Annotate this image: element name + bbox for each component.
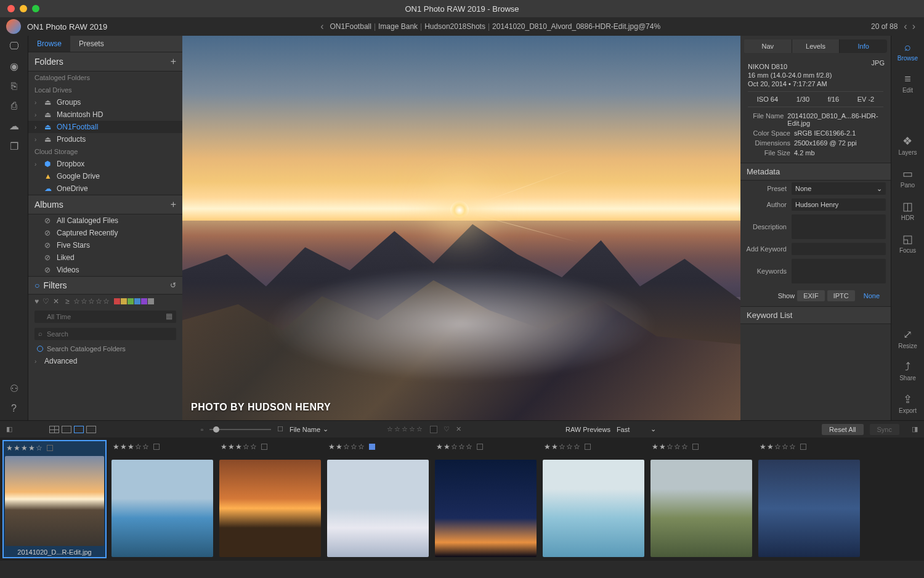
heart-solid-icon[interactable]: ♥ bbox=[34, 297, 39, 306]
checkbox-icon[interactable]: ☐ bbox=[277, 425, 283, 433]
next-image-icon[interactable]: › bbox=[910, 21, 918, 32]
reset-all-button[interactable]: Reset All bbox=[822, 424, 863, 435]
thumb-color-box[interactable] bbox=[47, 445, 53, 451]
thumbnail[interactable]: ★★☆☆☆ bbox=[327, 441, 429, 557]
album-item[interactable]: ⊘Liked bbox=[28, 251, 182, 264]
mode-resize[interactable]: ⤢Resize bbox=[898, 328, 917, 349]
filters-header[interactable]: ○Filters ↺ bbox=[28, 276, 182, 295]
cloud-item[interactable]: ▲Google Drive bbox=[28, 170, 182, 182]
image-viewer[interactable]: PHOTO BY HUDSON HENRY bbox=[182, 36, 740, 420]
stars-filter[interactable]: ☆☆☆☆☆ bbox=[73, 297, 110, 306]
album-item[interactable]: ⊘All Cataloged Files bbox=[28, 214, 182, 227]
thumb-image[interactable] bbox=[219, 460, 321, 557]
raw-preview-select[interactable]: Fast⌄ bbox=[617, 425, 656, 433]
thumb-image[interactable] bbox=[5, 456, 104, 546]
add-album-icon[interactable]: + bbox=[171, 199, 176, 210]
view-compare-icon[interactable] bbox=[86, 426, 96, 433]
view-single-icon[interactable] bbox=[62, 426, 71, 433]
thumb-stars[interactable]: ★★☆☆☆ bbox=[436, 442, 473, 451]
thumb-image[interactable] bbox=[111, 460, 213, 557]
thumbnail[interactable]: ★★☆☆☆ bbox=[435, 441, 537, 557]
stack-icon[interactable]: ❐ bbox=[10, 140, 18, 152]
albums-header[interactable]: Albums + bbox=[28, 195, 182, 214]
breadcrumb[interactable]: ON1Football| Image Bank| Hudson2018Shots… bbox=[330, 22, 661, 31]
zoom-fit-icon[interactable]: ▫ bbox=[201, 426, 203, 433]
keywords-input[interactable] bbox=[792, 259, 886, 283]
zoom-slider[interactable] bbox=[209, 429, 271, 430]
thumb-image[interactable] bbox=[327, 460, 429, 557]
preset-select[interactable]: None⌄ bbox=[792, 182, 886, 195]
thumb-color-box[interactable] bbox=[261, 444, 267, 450]
thumbnail[interactable]: ★★☆☆☆ bbox=[758, 441, 860, 557]
thumb-image[interactable] bbox=[650, 460, 752, 557]
thumb-color-box[interactable] bbox=[369, 444, 375, 450]
thumb-stars[interactable]: ★★★☆☆ bbox=[113, 442, 150, 451]
reset-filters-icon[interactable]: ↺ bbox=[170, 281, 176, 290]
description-input[interactable] bbox=[792, 214, 886, 239]
drive-item[interactable]: ›⏏Products bbox=[28, 133, 182, 145]
cloud-item[interactable]: ›⬢Dropbox bbox=[28, 158, 182, 170]
crumb[interactable]: 20141020_D810_Alvord_0886-HDR-Edit.jpg@7… bbox=[492, 22, 660, 31]
chip-purple[interactable] bbox=[141, 298, 147, 304]
tab-presets[interactable]: Presets bbox=[70, 36, 113, 52]
reject-icon[interactable]: ✕ bbox=[53, 297, 59, 306]
thumbnail[interactable]: ★★☆☆☆ bbox=[650, 441, 752, 557]
thumb-color-box[interactable] bbox=[153, 444, 160, 450]
thumb-image[interactable] bbox=[758, 460, 860, 557]
heart-outline-icon[interactable]: ♡ bbox=[43, 297, 49, 306]
crumb[interactable]: Hudson2018Shots bbox=[424, 22, 485, 31]
show-iptc-button[interactable]: IPTC bbox=[827, 290, 855, 301]
chip-green[interactable] bbox=[128, 298, 134, 304]
drive-item[interactable]: ›⏏Macintosh HD bbox=[28, 108, 182, 121]
metadata-header[interactable]: Metadata bbox=[740, 163, 891, 181]
thumb-image[interactable] bbox=[435, 460, 537, 557]
tab-nav[interactable]: Nav bbox=[744, 39, 792, 53]
thumb-stars[interactable]: ★★☆☆☆ bbox=[760, 442, 796, 451]
thumb-color-box[interactable] bbox=[477, 444, 483, 450]
thumb-image[interactable] bbox=[543, 460, 644, 557]
view-grid-icon[interactable] bbox=[49, 426, 59, 433]
mode-edit[interactable]: ≡Edit bbox=[902, 73, 913, 94]
date-filter-input[interactable] bbox=[34, 311, 176, 323]
chip-gray[interactable] bbox=[148, 298, 154, 304]
toggle-right-panel-icon[interactable]: ◨ bbox=[912, 425, 918, 433]
calendar-icon[interactable]: ▦ bbox=[166, 312, 172, 320]
printer-icon[interactable]: ⎙ bbox=[11, 100, 17, 112]
thumb-stars[interactable]: ★★☆☆☆ bbox=[544, 442, 581, 451]
reject-icon[interactable]: ✕ bbox=[456, 425, 461, 433]
thumb-stars[interactable]: ★★★★☆ bbox=[6, 444, 43, 452]
like-icon[interactable]: ♡ bbox=[444, 425, 450, 433]
mode-share[interactable]: ⤴Share bbox=[899, 360, 916, 381]
sort-select[interactable]: File Name⌄ bbox=[290, 425, 328, 433]
author-input[interactable]: Hudson Henry bbox=[792, 198, 886, 211]
close-window-button[interactable] bbox=[7, 5, 15, 12]
thumb-stars[interactable]: ★★☆☆☆ bbox=[328, 442, 365, 451]
view-filmstrip-icon[interactable] bbox=[74, 426, 84, 433]
tab-levels[interactable]: Levels bbox=[792, 39, 840, 53]
folders-header[interactable]: Folders + bbox=[28, 52, 182, 71]
thumb-stars[interactable]: ★★★☆☆ bbox=[221, 442, 257, 451]
thumb-color-box[interactable] bbox=[692, 444, 699, 450]
tab-info[interactable]: Info bbox=[840, 39, 887, 53]
mode-pano[interactable]: ▭Pano bbox=[901, 167, 915, 189]
radio-icon[interactable] bbox=[37, 346, 43, 352]
rating-stars[interactable]: ☆☆☆☆☆ bbox=[387, 425, 424, 433]
thumbnail[interactable]: ★★★☆☆ bbox=[219, 441, 321, 557]
camera-icon[interactable]: ◉ bbox=[10, 60, 18, 72]
crumb[interactable]: Image Bank bbox=[378, 22, 418, 31]
mode-layers[interactable]: ❖Layers bbox=[898, 134, 917, 156]
album-item[interactable]: ⊘Captured Recently bbox=[28, 227, 182, 239]
thumb-stars[interactable]: ★★☆☆☆ bbox=[652, 442, 689, 451]
crumb[interactable]: ON1Football bbox=[330, 22, 371, 31]
search-input[interactable] bbox=[34, 328, 176, 340]
minimize-window-button[interactable] bbox=[20, 5, 27, 12]
cloud-icon[interactable]: ☁ bbox=[9, 120, 19, 132]
sync-button[interactable]: Sync bbox=[870, 424, 899, 435]
search-scope-row[interactable]: Search Cataloged Folders bbox=[28, 343, 182, 355]
maximize-window-button[interactable] bbox=[32, 5, 39, 12]
mode-browse[interactable]: ⌕Browse bbox=[898, 41, 918, 62]
thumbnail[interactable]: ★★☆☆☆ bbox=[543, 441, 644, 557]
album-item[interactable]: ⊘Five Stars bbox=[28, 239, 182, 251]
advanced-filter[interactable]: ›Advanced bbox=[28, 355, 182, 367]
thumbnail[interactable]: ★★★☆☆ bbox=[111, 441, 213, 557]
